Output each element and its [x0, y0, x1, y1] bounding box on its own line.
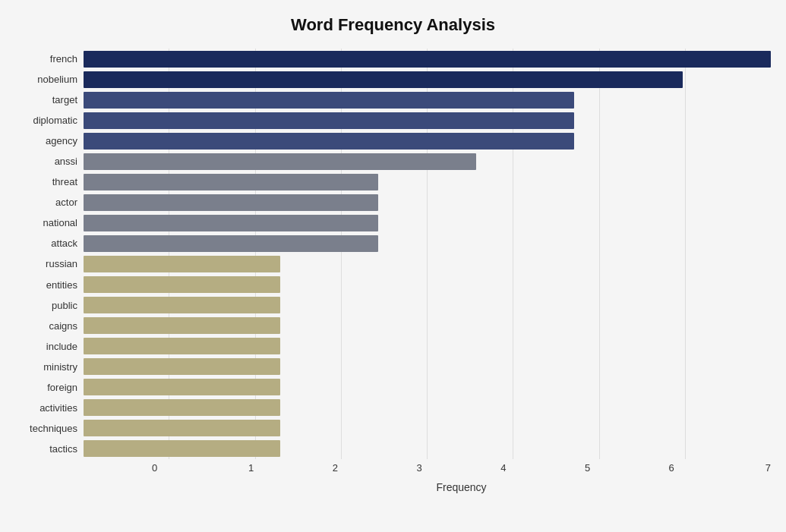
- x-tick: 4: [488, 462, 519, 474]
- y-axis-label: russian: [46, 253, 77, 274]
- bar-row: [84, 398, 771, 417]
- bar: [84, 399, 280, 416]
- chart-container: Word Frequency Analysis frenchnobeliumta…: [0, 0, 786, 532]
- bar-row: [84, 418, 771, 438]
- x-tick: 0: [152, 462, 182, 474]
- y-axis-label: ministry: [43, 357, 77, 377]
- y-axis-label: entities: [46, 275, 77, 295]
- bar: [84, 276, 280, 293]
- y-axis-label: tactics: [49, 439, 77, 459]
- bar: [84, 174, 378, 190]
- y-axis-label: attack: [51, 233, 77, 253]
- bar: [84, 256, 280, 272]
- y-axis-label: anssi: [55, 151, 77, 172]
- bar: [84, 297, 280, 313]
- y-axis-label: caigns: [49, 316, 77, 336]
- bar-row: [84, 131, 771, 151]
- bar: [84, 420, 280, 436]
- bar-row: [84, 90, 771, 110]
- bar: [84, 379, 280, 395]
- y-axis-label: national: [43, 212, 77, 233]
- bar-row: [84, 70, 771, 90]
- y-axis-label: french: [50, 49, 77, 69]
- bar-row: [84, 439, 771, 458]
- bar-row: [84, 49, 771, 69]
- chart-title: Word Frequency Analysis: [15, 15, 771, 35]
- y-axis-label: public: [52, 295, 77, 316]
- bar: [84, 153, 476, 170]
- bar: [84, 440, 280, 457]
- bar-row: [84, 172, 771, 192]
- chart-area: frenchnobeliumtargetdiplomaticagencyanss…: [15, 49, 771, 459]
- bar-row: [84, 316, 771, 335]
- x-axis-label: Frequency: [436, 481, 486, 493]
- y-axis-label: threat: [52, 172, 77, 192]
- bar-row: [84, 275, 771, 294]
- y-axis: frenchnobeliumtargetdiplomaticagencyanss…: [15, 49, 84, 459]
- x-tick: 7: [740, 462, 771, 474]
- bar: [84, 358, 280, 375]
- bar: [84, 235, 378, 252]
- bar-row: [84, 295, 771, 315]
- y-axis-label: foreign: [47, 377, 77, 398]
- bar-row: [84, 193, 771, 212]
- bar-row: [84, 152, 771, 172]
- x-tick: 2: [320, 462, 350, 474]
- bar: [84, 215, 378, 231]
- bar: [84, 338, 280, 354]
- y-axis-label: agency: [46, 131, 77, 151]
- bar: [84, 194, 378, 211]
- y-axis-label: actor: [55, 192, 77, 212]
- y-axis-label: nobelium: [37, 69, 77, 90]
- y-axis-label: techniques: [30, 418, 77, 439]
- bars-and-grid: 01234567 Frequency: [84, 49, 771, 459]
- bar-row: [84, 234, 771, 253]
- bar-row: [84, 336, 771, 356]
- y-axis-label: diplomatic: [33, 110, 77, 131]
- bar-row: [84, 111, 771, 131]
- bar-row: [84, 377, 771, 397]
- bar: [84, 317, 280, 334]
- bar-row: [84, 357, 771, 376]
- x-tick: 5: [573, 462, 603, 474]
- bar: [84, 71, 683, 88]
- x-axis-container: 01234567 Frequency: [152, 459, 771, 493]
- bar: [84, 112, 574, 129]
- x-tick: 1: [236, 462, 267, 474]
- x-tick: 3: [404, 462, 434, 474]
- bar: [84, 51, 771, 68]
- bar: [84, 133, 574, 150]
- bar-row: [84, 213, 771, 233]
- bar: [84, 92, 574, 109]
- y-axis-label: target: [52, 90, 77, 110]
- y-axis-label: activities: [39, 398, 77, 418]
- bars-container: [84, 49, 771, 459]
- x-tick: 6: [656, 462, 687, 474]
- y-axis-label: include: [46, 336, 77, 357]
- x-ticks: 01234567: [152, 459, 771, 477]
- bar-row: [84, 254, 771, 274]
